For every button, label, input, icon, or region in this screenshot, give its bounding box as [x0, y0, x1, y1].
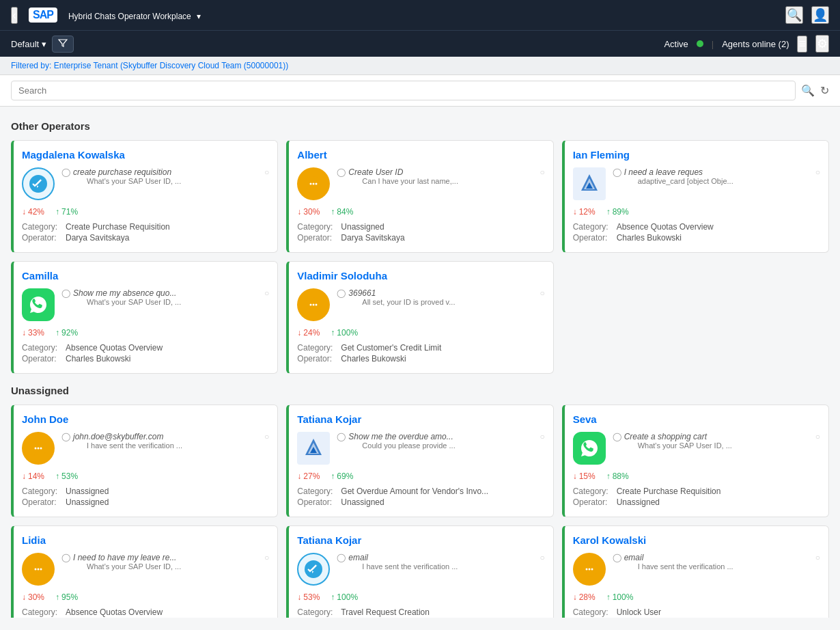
chat-card[interactable]: Tatiana Kojar ◯ email I have sent the ve… [286, 525, 553, 618]
msg-text: john.doe@skybuffer.com I have sent the v… [73, 432, 262, 450]
stat-up-value: 71% [61, 207, 78, 217]
card-stats: ↓ 42% ↑ 71% [22, 207, 269, 217]
up-arrow-icon: ↑ [606, 207, 611, 217]
user-circle-icon: ◯ [337, 432, 346, 441]
card-customer-name: Karol Kowalski [573, 534, 820, 546]
card-stats: ↓ 30% ↑ 84% [297, 207, 544, 217]
chat-card[interactable]: Camilla ◯ Show me my absence quo... What… [11, 261, 278, 374]
card-customer-name: John Doe [22, 413, 269, 425]
chat-card[interactable]: John Doe ◯ john.doe@skybuffer.com I have… [11, 405, 278, 517]
operator-label: Operator: [573, 497, 614, 507]
category-value: Unassigned [66, 487, 109, 496]
svg-point-14 [38, 448, 40, 450]
chat-card[interactable]: Albert ◯ Create User ID Can I have your … [286, 140, 553, 253]
msg-sender: Show me my absence quo... [73, 288, 262, 298]
down-arrow-icon: ↓ [297, 207, 301, 217]
stat-down: ↓ 42% [22, 207, 44, 217]
category-value: Absence Quotas Overview [617, 222, 714, 232]
config-icon[interactable]: ⚙ [815, 35, 829, 53]
msg-sender: I need a leave reques [624, 167, 813, 177]
svg-point-20 [35, 569, 37, 571]
msg-row-sender: ◯ create purchase requisition What's you… [61, 167, 269, 185]
msg-text: create purchase requisition What's your … [73, 167, 262, 185]
card-messages: ◯ john.doe@skybuffer.com I have sent the… [61, 432, 269, 452]
msg-sender: Create a shopping cart [624, 432, 813, 441]
unassigned-grid: John Doe ◯ john.doe@skybuffer.com I have… [11, 405, 829, 618]
search-submit-button[interactable]: 🔍 [801, 84, 815, 97]
filter-button[interactable] [52, 36, 74, 53]
agents-online-label: Agents online (2) [722, 39, 789, 49]
msg-sender: create purchase requisition [73, 167, 262, 177]
chat-card[interactable]: Lidia ◯ I need to have my leave re... Wh… [11, 525, 278, 618]
user-circle-icon: ◯ [613, 553, 621, 562]
chat-card[interactable]: Tatiana Kojar ◯ Show me the overdue amo.… [286, 405, 553, 517]
category-label: Category: [297, 222, 338, 232]
card-meta: Category: Get Overdue Amount for Vendor'… [297, 487, 544, 507]
refresh-button[interactable]: ↻ [820, 84, 829, 97]
chat-card[interactable]: Ian Fleming ◯ I need a leave reques adap… [562, 140, 829, 253]
avatar [297, 432, 330, 465]
user-icon[interactable]: 👤 [811, 6, 829, 24]
msg-status-icon: ○ [540, 553, 544, 562]
stat-down: ↓ 14% [22, 471, 44, 481]
search-input[interactable] [11, 81, 796, 100]
msg-sender: Show me the overdue amo... [348, 432, 537, 441]
msg-row-sender: ◯ email I have sent the verification ...… [613, 553, 820, 571]
stat-up-value: 100% [337, 592, 358, 602]
card-body: ◯ I need to have my leave re... What's y… [22, 553, 269, 586]
stat-up: ↑ 100% [331, 328, 358, 338]
msg-content: Could you please provide ... [362, 441, 537, 450]
avatar [22, 288, 55, 321]
stat-up: ↑ 88% [606, 471, 629, 481]
msg-row-sender: ◯ Create a shopping cart What's your SAP… [613, 432, 820, 450]
card-meta: Category: Travel Request Creation Operat… [297, 607, 544, 618]
stat-up-value: 53% [61, 471, 78, 481]
avatar [573, 553, 606, 586]
card-meta: Category: Unassigned Operator: Unassigne… [22, 487, 269, 507]
card-messages: ◯ Show me the overdue amo... Could you p… [337, 432, 544, 452]
back-button[interactable]: ‹ [11, 7, 18, 24]
stat-up: ↑ 89% [606, 207, 629, 217]
down-arrow-icon: ↓ [22, 207, 26, 217]
chat-card[interactable]: Magdalena Kowalska ◯ create purchase req… [11, 140, 278, 253]
stat-up-value: 100% [613, 592, 634, 602]
default-dropdown[interactable]: Default ▾ [11, 39, 46, 49]
operator-value: Charles Bukowski [341, 354, 406, 364]
card-meta: Category: Absence Quotas Overview Operat… [22, 607, 269, 618]
operator-value: Unassigned [617, 497, 660, 507]
chat-card[interactable]: Vladimir Soloduha ◯ 369661 All set, your… [286, 261, 553, 374]
category-label: Category: [297, 607, 338, 617]
msg-status-icon: ○ [815, 432, 820, 441]
stat-up-value: 84% [337, 207, 353, 217]
msg-content: What's your SAP User ID, ... [87, 562, 262, 571]
up-arrow-icon: ↑ [606, 471, 611, 481]
up-arrow-icon: ↑ [331, 471, 335, 481]
category-row: Category: Get Customer's Credit Limit [297, 343, 544, 353]
chat-card[interactable]: Karol Kowalski ◯ email I have sent the v… [562, 525, 829, 618]
up-arrow-icon: ↑ [331, 328, 335, 338]
card-body: ◯ john.doe@skybuffer.com I have sent the… [22, 432, 269, 465]
card-customer-name: Magdalena Kowalska [22, 149, 269, 161]
card-customer-name: Tatiana Kojar [297, 413, 544, 425]
avatar [573, 432, 606, 465]
card-stats: ↓ 53% ↑ 100% [297, 592, 544, 602]
stat-up: ↑ 84% [331, 207, 353, 217]
stack-icon[interactable]: ≡ [797, 36, 807, 53]
category-value: Unlock User [617, 607, 661, 617]
operator-value: Charles Bukowski [617, 233, 682, 243]
user-circle-icon: ◯ [61, 288, 70, 298]
svg-point-27 [591, 569, 593, 571]
user-circle-icon: ◯ [61, 432, 70, 441]
msg-text: 369661 All set, your ID is proved v... [348, 288, 537, 306]
user-circle-icon: ◯ [613, 167, 621, 177]
msg-status-icon: ○ [815, 167, 820, 177]
category-label: Category: [573, 607, 614, 617]
card-meta: Category: Unlock User Operator: Unassign… [573, 607, 820, 618]
card-messages: ◯ email I have sent the verification ...… [613, 553, 820, 573]
search-icon[interactable]: 🔍 [785, 6, 803, 24]
stat-down: ↓ 15% [573, 471, 596, 481]
category-value: Get Overdue Amount for Vendor's Invo... [341, 487, 488, 496]
chat-card[interactable]: Seva ◯ Create a shopping cart What's you… [562, 405, 829, 517]
card-stats: ↓ 24% ↑ 100% [297, 328, 544, 338]
card-body: ◯ create purchase requisition What's you… [22, 167, 269, 200]
